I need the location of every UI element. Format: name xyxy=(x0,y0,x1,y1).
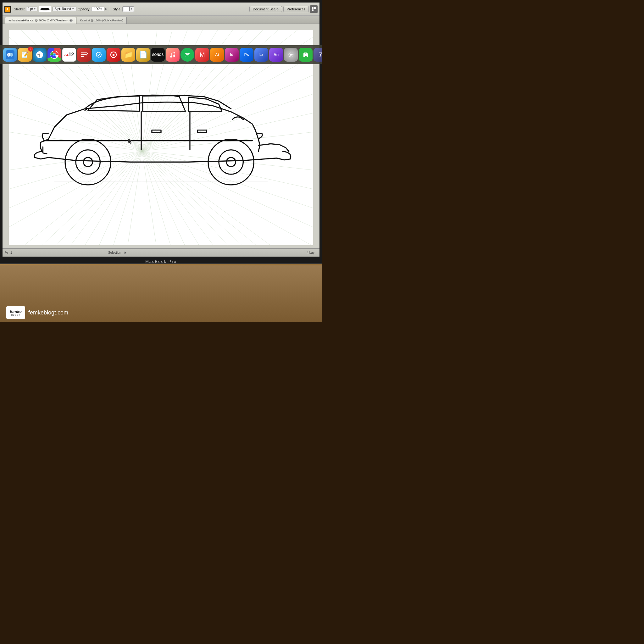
dock: 📝 2 JUL xyxy=(0,45,322,64)
ai-logo: Ai xyxy=(4,6,11,13)
svg-point-69 xyxy=(83,158,92,167)
screen: Ai Stroke: 2 pt ▼ 5 pt. Round ▼ Opacity: xyxy=(3,3,319,257)
dock-illustrator[interactable]: Ai xyxy=(210,48,224,62)
style-dropdown[interactable]: ▼ xyxy=(122,6,134,12)
stroke-oval-shape xyxy=(40,8,50,10)
dock-animate[interactable]: An xyxy=(269,48,283,62)
laptop-body: Ai Stroke: 2 pt ▼ 5 pt. Round ▼ Opacity: xyxy=(0,0,322,322)
status-bar: % 1 Selection 4 Lay xyxy=(3,248,319,257)
opacity-label: Opacity: xyxy=(78,7,90,11)
femke-url: femkeblogt.com xyxy=(28,309,68,316)
style-chevron-icon: ▼ xyxy=(130,8,133,10)
femke-logo-text: femke xyxy=(10,309,22,314)
layer-count: 4 Lay xyxy=(307,251,314,254)
notes-badge: 2 xyxy=(28,47,33,52)
opacity-arrow-icon: ▶ xyxy=(105,8,107,10)
dock-safari[interactable] xyxy=(33,48,47,62)
brush-chevron-icon: ▼ xyxy=(72,8,74,10)
dock-notes[interactable]: 📝 2 xyxy=(18,48,32,62)
dock-relaunch[interactable] xyxy=(107,48,120,62)
macbook-label: MacBook Pro xyxy=(145,259,177,264)
svg-point-93 xyxy=(173,55,175,57)
stroke-size-value: 2 pt xyxy=(28,7,33,11)
toolbar-separator xyxy=(110,5,110,14)
dock-indesign[interactable]: Id xyxy=(225,48,239,62)
svg-point-77 xyxy=(8,54,9,55)
dock-sticky-notes[interactable]: 📄 xyxy=(136,48,150,62)
svg-point-78 xyxy=(12,54,13,55)
brush-label: 5 pt. Round xyxy=(55,7,71,11)
tab-0[interactable]: verhuiskaart-Mark.ai @ 300% (CMYK/Previe… xyxy=(5,17,76,24)
dock-things[interactable] xyxy=(92,48,106,62)
toolbar: Ai Stroke: 2 pt ▼ 5 pt. Round ▼ Opacity: xyxy=(3,3,319,16)
dock-system-preferences[interactable] xyxy=(284,48,298,62)
svg-rect-2 xyxy=(312,7,314,9)
tab-bar: verhuiskaart-Mark.ai @ 300% (CMYK/Previe… xyxy=(3,16,319,24)
svg-point-72 xyxy=(226,158,236,167)
svg-point-92 xyxy=(170,56,172,58)
stroke-dropdown[interactable]: 2 pt ▼ xyxy=(26,7,38,11)
dock-folder[interactable]: 📁 xyxy=(121,48,135,62)
screen-bezel: Ai Stroke: 2 pt ▼ 5 pt. Round ▼ Opacity: xyxy=(0,0,322,264)
style-label: Style: xyxy=(113,7,121,11)
selection-arrow-icon xyxy=(124,251,127,255)
opacity-input[interactable]: 100% xyxy=(91,7,104,11)
tab-0-close[interactable]: × xyxy=(69,19,73,22)
dock-music[interactable] xyxy=(166,48,180,62)
dock-chrome[interactable] xyxy=(47,48,61,62)
style-color-swatch xyxy=(124,7,130,11)
style-section: Style: ▼ xyxy=(113,6,134,12)
arrange-icon[interactable] xyxy=(310,5,318,13)
car-illustration xyxy=(24,66,298,188)
svg-point-88 xyxy=(53,53,56,56)
svg-point-94 xyxy=(290,54,292,56)
brush-dropdown[interactable]: 5 pt. Round ▼ xyxy=(53,7,76,11)
stroke-preview xyxy=(39,6,51,12)
dock-finder[interactable] xyxy=(3,48,17,62)
layer-number: 1 xyxy=(10,251,12,254)
tab-1-label: Kaart.ai @ 150% (CMYK/Preview) xyxy=(80,19,123,22)
svg-point-71 xyxy=(219,150,243,174)
watermark: femke BLOGT femkeblogt.com xyxy=(6,306,68,319)
femke-logo-sub: BLOGT xyxy=(11,314,20,316)
stroke-chevron-icon: ▼ xyxy=(34,8,36,10)
selection-label: Selection xyxy=(108,251,121,254)
dock-evernote[interactable] xyxy=(299,48,313,62)
tab-1[interactable]: Kaart.ai @ 150% (CMYK/Preview) xyxy=(77,17,127,24)
svg-rect-3 xyxy=(314,7,316,9)
dock-photoshop[interactable]: Ps xyxy=(240,48,253,62)
opacity-section: Opacity: 100% ▶ xyxy=(78,7,107,11)
preferences-button[interactable]: Preferences xyxy=(283,6,309,12)
svg-point-68 xyxy=(76,150,100,174)
stroke-label: Stroke: xyxy=(14,7,25,11)
dock-calendar[interactable]: JUL 12 xyxy=(62,48,76,62)
document-setup-button[interactable]: Document Setup xyxy=(249,6,282,12)
dock-sonos[interactable]: SONOS xyxy=(151,48,165,62)
dock-maestro[interactable]: M xyxy=(195,48,209,62)
svg-rect-91 xyxy=(113,54,114,56)
svg-point-70 xyxy=(208,139,254,185)
tab-0-label: verhuiskaart-Mark.ai @ 300% (CMYK/Previe… xyxy=(8,19,68,22)
svg-point-67 xyxy=(65,139,111,185)
svg-point-89 xyxy=(96,52,101,57)
dock-todoist[interactable] xyxy=(77,48,91,62)
femke-logo: femke BLOGT xyxy=(6,306,25,319)
svg-rect-4 xyxy=(312,9,314,11)
zoom-percent: % xyxy=(5,251,8,254)
svg-marker-73 xyxy=(125,252,126,254)
dock-lightroom[interactable]: Lr xyxy=(254,48,268,62)
dock-spotify[interactable] xyxy=(180,48,194,62)
svg-text:Ai: Ai xyxy=(6,8,9,11)
dock-app7[interactable]: 7 xyxy=(314,48,322,62)
